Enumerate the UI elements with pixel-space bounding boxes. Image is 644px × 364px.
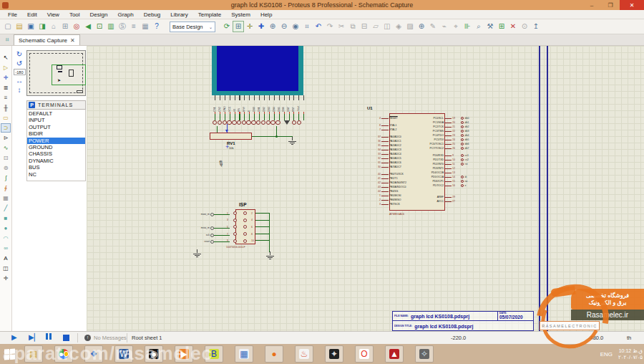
zoom-out-icon[interactable]: ⊖ — [278, 21, 290, 32]
maximize-button[interactable]: ❐ — [601, 0, 620, 10]
home-page-icon[interactable]: ⌂ — [48, 21, 59, 32]
2d-path-icon[interactable]: ∞ — [1, 244, 11, 253]
selection-mode-icon[interactable]: ↖ — [1, 53, 11, 62]
packaging-tool-icon[interactable]: ⌁ — [439, 21, 450, 32]
java-icon[interactable]: ♨ — [295, 345, 313, 363]
2d-line-icon[interactable]: ╱ — [1, 203, 11, 213]
menu-item[interactable]: Graph — [112, 11, 138, 18]
paste-icon[interactable]: ⊟ — [358, 21, 370, 32]
graph-mode-icon[interactable]: ∿ — [1, 143, 11, 153]
2d-circle-icon[interactable]: ● — [1, 224, 11, 233]
rotate-anticlockwise-icon[interactable]: ↺ — [16, 59, 22, 67]
menu-item[interactable]: View — [42, 11, 64, 18]
wire-label-mode-icon[interactable]: ≣ — [1, 83, 11, 92]
property-assignment-icon[interactable]: ⚒ — [484, 21, 496, 32]
2d-symbol-icon[interactable]: ◫ — [1, 264, 11, 273]
pick-device-icon[interactable]: P — [29, 102, 35, 108]
menu-item[interactable]: Help — [255, 11, 277, 18]
block-move-icon[interactable]: ◫ — [381, 21, 393, 32]
terminal-item[interactable]: OUTPUT — [27, 124, 85, 130]
design-explorer-icon[interactable]: ⊡ — [94, 21, 105, 32]
terminals-mode-icon[interactable]: ⊃ — [1, 123, 11, 133]
zoom-area-icon[interactable]: ⌗ — [301, 21, 313, 32]
generator-mode-icon[interactable]: ⊚ — [1, 163, 11, 173]
block-delete-icon[interactable]: ▨ — [404, 21, 416, 32]
buses-mode-icon[interactable]: ╫ — [1, 103, 11, 112]
notes-icon[interactable]: ▦ — [140, 21, 151, 32]
rotation-angle-input[interactable]: -180 — [14, 69, 26, 75]
cut-icon[interactable]: ✂ — [336, 21, 347, 32]
help-icon[interactable]: ? — [151, 21, 162, 32]
tab-schematic-capture[interactable]: Schematic Capture ✕ — [14, 34, 80, 45]
bill-of-materials-icon[interactable]: ▥ — [105, 21, 117, 32]
menu-item[interactable]: Tool — [64, 11, 85, 18]
virtual-instruments-mode-icon[interactable]: ▦ — [1, 193, 11, 203]
text-script-mode-icon[interactable]: ≡ — [1, 93, 11, 102]
redo-icon[interactable]: ↷ — [324, 21, 336, 32]
block-rotate-icon[interactable]: ◈ — [393, 21, 404, 32]
menu-item[interactable]: File — [3, 11, 22, 18]
2d-text-icon[interactable]: A — [1, 254, 11, 263]
overview-preview[interactable]: ➤ — [26, 50, 86, 96]
zoom-all-icon[interactable]: ◉ — [290, 21, 301, 32]
wire-autorouter-icon[interactable]: ⊪ — [462, 21, 473, 32]
close-icon[interactable]: ✕ — [70, 37, 75, 44]
step-button[interactable]: ▶▏ — [29, 333, 39, 341]
2d-marker-icon[interactable]: ✛ — [1, 274, 11, 283]
device-pins-mode-icon[interactable]: ⊳ — [1, 133, 11, 143]
block-copy-icon[interactable]: ▱ — [370, 21, 381, 32]
menu-item[interactable]: Template — [193, 11, 226, 18]
new-project-icon[interactable]: ▢ — [2, 21, 14, 32]
terminal-item[interactable]: BUS — [27, 164, 85, 171]
pause-button[interactable] — [46, 333, 52, 340]
copy-icon[interactable]: ⧉ — [347, 21, 358, 32]
goto-sheet-icon[interactable]: ◀ — [82, 21, 94, 32]
menu-item[interactable]: Library — [165, 11, 192, 18]
new-sheet-icon[interactable]: ⊞ — [59, 21, 71, 32]
undo-icon[interactable]: ↶ — [313, 21, 324, 32]
2d-box-icon[interactable]: ■ — [1, 214, 11, 223]
save-project-icon[interactable]: ▣ — [25, 21, 36, 32]
menu-item[interactable]: Edit — [22, 11, 42, 18]
zoom-in-icon[interactable]: ⊕ — [267, 21, 278, 32]
terminal-item[interactable]: POWER — [27, 138, 85, 144]
goto-child-icon[interactable]: ⊙ — [519, 21, 530, 32]
dark-app-icon[interactable]: ✦ — [325, 345, 343, 363]
exit-parent-icon[interactable]: ↥ — [530, 21, 542, 32]
acrobat-icon[interactable]: ▲ — [385, 345, 404, 363]
2d-arc-icon[interactable]: ◠ — [1, 234, 11, 243]
search-tag-icon[interactable]: ⌕ — [473, 21, 484, 32]
stop-button[interactable] — [63, 335, 69, 341]
redraw-icon[interactable]: ⟳ — [221, 21, 233, 32]
open-project-icon[interactable]: ▤ — [14, 21, 25, 32]
terminal-item[interactable]: DYNAMIC — [27, 158, 85, 164]
language-indicator[interactable]: ENG — [600, 351, 613, 358]
terminal-item[interactable]: NC — [27, 171, 85, 178]
terminal-item[interactable]: DEFAULT — [27, 110, 85, 117]
sheet-indicator[interactable]: Root sheet 1 — [132, 335, 162, 341]
voltage-probe-mode-icon[interactable]: ∫ — [1, 173, 11, 183]
minimize-button[interactable]: – — [582, 0, 601, 10]
menu-item[interactable]: Design — [85, 11, 113, 18]
terminal-item[interactable]: BIDIR — [27, 130, 85, 137]
component-mode-icon[interactable]: ▷ — [1, 63, 11, 72]
remove-sheet-icon[interactable]: ✕ — [507, 21, 519, 32]
false-origin-icon[interactable]: ✛ — [244, 21, 255, 32]
terminal-item[interactable]: INPUT — [27, 117, 85, 123]
component-lcd-ks0108[interactable] — [212, 46, 303, 95]
pan-icon[interactable]: ✚ — [255, 21, 267, 32]
mirror-vertical-icon[interactable]: ↕ — [18, 86, 21, 94]
subcircuit-mode-icon[interactable]: ▭ — [1, 113, 11, 123]
system-tray[interactable]: ENG 10:12 ق.ظ ۲۰۲۰/۰۷/۰۵ — [600, 344, 643, 364]
terminal-item[interactable]: GROUND — [27, 144, 85, 150]
tape-recorder-mode-icon[interactable]: ⊡ — [1, 153, 11, 163]
rotate-clockwise-icon[interactable]: ↻ — [16, 50, 22, 58]
component-isp[interactable]: ISP 1 2 3 — [187, 202, 280, 259]
current-probe-mode-icon[interactable]: ∮ — [1, 183, 11, 193]
netlist-icon[interactable]: ≡ — [128, 21, 140, 32]
close-button[interactable]: ✕ — [620, 0, 644, 10]
settings-app-icon[interactable]: ✧ — [415, 345, 434, 363]
menu-item[interactable]: Debug — [139, 11, 166, 18]
play-button[interactable]: ▶ — [11, 333, 17, 341]
firefox-icon[interactable]: ● — [265, 345, 283, 363]
